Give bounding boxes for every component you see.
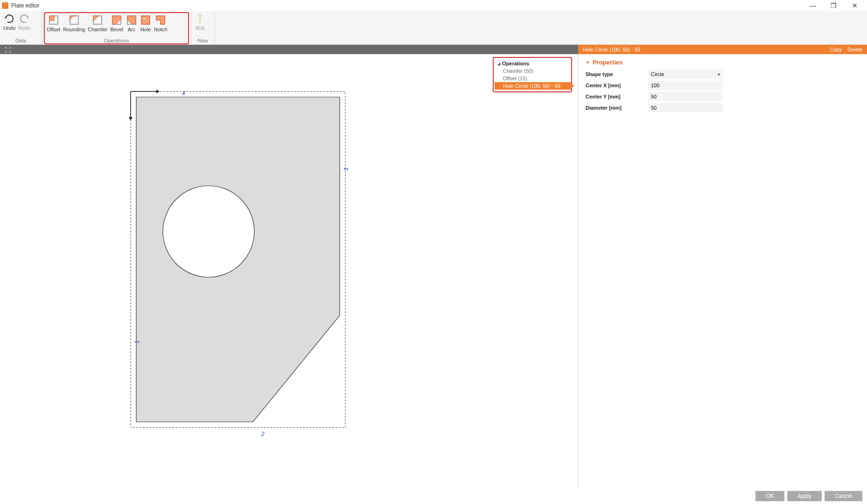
operations-header[interactable]: Operations <box>495 60 570 67</box>
chamfer-icon <box>92 14 103 26</box>
offset-icon <box>48 14 59 26</box>
rounding-icon <box>69 14 80 26</box>
center-y-input[interactable]: 50 <box>648 92 723 101</box>
bolt-icon <box>195 13 206 24</box>
apply-button[interactable]: Apply <box>787 491 822 501</box>
undo-button[interactable]: Undo <box>2 12 17 32</box>
delete-button[interactable]: Delete <box>847 47 862 52</box>
app-icon <box>2 2 8 9</box>
maximize-button[interactable]: ❐ <box>823 0 844 11</box>
notch-icon <box>155 14 166 26</box>
hole-icon <box>140 14 151 26</box>
svg-rect-7 <box>198 14 202 16</box>
offset-button[interactable]: Offset <box>45 14 62 33</box>
arc-icon <box>126 14 137 26</box>
prop-label-shape-type: Shape type <box>586 71 648 77</box>
svg-rect-8 <box>199 16 201 23</box>
expand-icon[interactable]: ↖ ↗↙ ↘ <box>5 46 11 53</box>
center-x-input[interactable]: 100 <box>648 81 723 90</box>
undo-icon <box>4 13 15 24</box>
chamfer-button[interactable]: Chamfer <box>86 14 109 33</box>
svg-point-6 <box>143 17 146 20</box>
edge-label-bottom: 2 <box>261 431 265 437</box>
svg-point-10 <box>163 186 254 277</box>
bolt-button[interactable]: Bolt <box>193 12 207 32</box>
ribbon-group-data: Undo Redo Data <box>0 11 42 44</box>
ribbon-group-label-new: New <box>191 38 214 43</box>
ribbon-group-new: Bolt New <box>191 11 215 44</box>
ribbon: Undo Redo Data Offset Rounding C <box>0 11 867 45</box>
prop-label-center-y: Center Y [mm] <box>586 94 648 99</box>
properties-header-title: Hole Circle (100, 50) - 50 <box>583 47 640 52</box>
ribbon-group-operations: Offset Rounding Chamfer Bevel Arc Hole <box>42 11 191 44</box>
ok-button[interactable]: OK <box>755 491 784 501</box>
edge-label-top: 4 <box>182 90 185 97</box>
close-button[interactable]: ✕ <box>844 0 865 11</box>
operations-item[interactable]: Chamfer (50) <box>495 67 570 75</box>
operations-panel: Operations Chamfer (50) Offset (15) Hole… <box>493 57 572 92</box>
edge-label-right: 3 <box>343 168 350 171</box>
prop-label-diameter: Diameter [mm] <box>586 105 648 111</box>
minimize-button[interactable]: — <box>802 0 823 11</box>
main-area: × 4 3 2 1 Operations Chamfer (50) Offset… <box>0 54 867 487</box>
plate-drawing: × 4 3 2 1 <box>98 73 425 446</box>
redo-button[interactable]: Redo <box>17 12 32 32</box>
properties-section-title[interactable]: Properties <box>586 59 860 66</box>
window-title: Plate editor <box>11 2 40 9</box>
edge-label-left: 1 <box>134 340 140 343</box>
ribbon-group-label-operations: Operations <box>42 38 191 43</box>
properties-header: Hole Circle (100, 50) - 50 Copy Delete <box>578 45 867 54</box>
shape-type-select[interactable]: Circle <box>648 70 723 79</box>
arc-button[interactable]: Arc <box>125 14 139 33</box>
dialog-buttons: OK Apply Cancel <box>755 491 862 501</box>
title-bar: Plate editor — ❐ ✕ <box>0 0 867 11</box>
properties-panel: Hole Circle (100, 50) - 50 Copy Delete P… <box>578 54 867 487</box>
copy-button[interactable]: Copy <box>830 47 842 52</box>
bevel-button[interactable]: Bevel <box>109 14 125 33</box>
operations-item-selected[interactable]: Hole Circle (100, 50) - 50 <box>495 82 570 90</box>
hole-button[interactable]: Hole <box>139 14 153 33</box>
bevel-icon <box>111 14 122 26</box>
canvas-area[interactable]: × 4 3 2 1 Operations Chamfer (50) Offset… <box>0 54 578 487</box>
notch-button[interactable]: Notch <box>153 14 169 33</box>
svg-rect-5 <box>141 16 150 24</box>
redo-icon <box>19 13 30 24</box>
operations-item[interactable]: Offset (15) <box>495 75 570 82</box>
diameter-input[interactable]: 50 <box>648 103 723 112</box>
rounding-button[interactable]: Rounding <box>62 14 86 33</box>
prop-label-center-x: Center X [mm] <box>586 83 648 88</box>
ribbon-group-label-data: Data <box>0 38 42 43</box>
cancel-button[interactable]: Cancel <box>825 491 862 501</box>
svg-text:×: × <box>129 115 132 120</box>
